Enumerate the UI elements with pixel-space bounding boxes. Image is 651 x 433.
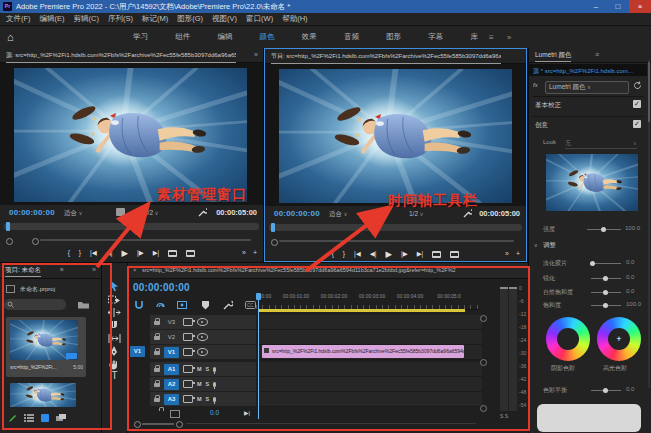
list-view-icon[interactable] <box>24 414 34 422</box>
lumetri-scrollbar[interactable] <box>648 60 650 388</box>
mute-button[interactable]: M <box>197 396 202 402</box>
track-v2-lane[interactable] <box>258 330 482 345</box>
solo-button[interactable]: S <box>206 396 210 402</box>
project-tab[interactable]: 项目: 未命名 <box>5 266 41 277</box>
creative-section[interactable]: 创意 ✓ <box>529 120 651 132</box>
lumetri-effect-dropdown[interactable]: Lumetri 颜色 <box>545 81 629 94</box>
program-step-forward-button[interactable]: |▶ <box>401 247 408 261</box>
freeform-view-icon[interactable] <box>56 414 67 422</box>
track-patch-icon[interactable] <box>183 318 193 326</box>
project-clip-thumbnail-2[interactable] <box>10 383 76 407</box>
lock-icon[interactable] <box>154 321 160 325</box>
track-name[interactable]: A2 <box>164 379 179 390</box>
shadow-tint-wheel[interactable] <box>546 317 590 361</box>
mute-button[interactable]: M <box>197 366 202 372</box>
step-forward-button[interactable]: |▶ <box>137 246 144 260</box>
nest-sequence-icon[interactable] <box>177 300 188 310</box>
program-step-back-button[interactable]: ◀| <box>370 247 377 261</box>
program-mark-out-button[interactable]: } <box>343 247 345 261</box>
menu-edit[interactable]: 编辑(E) <box>40 14 65 24</box>
highlight-tint-wheel[interactable]: + <box>597 317 641 361</box>
snap-icon[interactable] <box>134 300 144 310</box>
track-name[interactable]: V3 <box>164 319 179 325</box>
program-monitor-tab[interactable]: 节目: src=http_%2F%2Fi1.hdslb.com%2Fbfs%2F… <box>271 52 501 64</box>
tab-effects[interactable]: 效果 <box>302 32 317 42</box>
timeline-tab[interactable]: src=http_%2F%2Fi1.hdslb.com%2Fbfs%2Farch… <box>142 267 456 273</box>
tab-graphics[interactable]: 图形 <box>386 32 401 42</box>
project-menu-icon[interactable]: ≡ <box>60 266 64 273</box>
program-button-editor-icon[interactable]: » <box>505 247 509 261</box>
tab-libraries[interactable]: 库 <box>471 32 479 42</box>
meter-solo-buttons[interactable]: S S <box>500 413 508 419</box>
menu-help[interactable]: 帮助(H) <box>282 14 307 24</box>
menu-markers[interactable]: 标记(M) <box>142 14 168 24</box>
lock-icon[interactable] <box>154 351 160 355</box>
lock-icon[interactable] <box>154 398 160 402</box>
project-file-row[interactable]: 未命名.prproj <box>0 283 101 295</box>
look-dropdown[interactable]: 无 <box>565 139 637 149</box>
program-mark-in-button[interactable]: { <box>332 247 334 261</box>
track-a1-lane[interactable] <box>258 362 482 377</box>
maximize-button[interactable]: □ <box>607 0 629 13</box>
adjust-section[interactable]: ∨ 调整 <box>529 241 651 251</box>
tab-editing[interactable]: 编辑 <box>217 32 232 42</box>
ripple-edit-tool[interactable] <box>108 307 121 318</box>
voiceover-mic-icon[interactable] <box>213 397 216 402</box>
program-monitor-viewer[interactable] <box>265 64 526 206</box>
minimize-button[interactable]: – <box>585 0 607 13</box>
workspace-overflow-icon[interactable]: » <box>507 33 511 42</box>
lock-icon[interactable] <box>154 383 160 387</box>
solo-button[interactable]: S <box>206 381 210 387</box>
program-play-button[interactable]: ▶ <box>385 247 392 261</box>
project-clip-card[interactable]: src=http_%2F%2Fi... 5:00 <box>6 317 86 377</box>
track-name[interactable]: V2 <box>164 334 179 340</box>
program-fit-dropdown[interactable]: 适合 <box>329 210 348 219</box>
source-current-timecode[interactable]: 00:00:00:00 <box>9 208 55 217</box>
lock-icon[interactable] <box>154 368 160 372</box>
track-v3-header[interactable]: V3 <box>150 315 256 329</box>
program-current-timecode[interactable]: 00:00:00:00 <box>274 209 320 218</box>
track-name[interactable]: V1 <box>164 347 179 358</box>
track-name[interactable]: A3 <box>164 394 179 405</box>
project-overflow-icon[interactable]: » <box>92 266 96 273</box>
timeline-close-icon[interactable]: × <box>133 267 137 273</box>
tab-color[interactable]: 颜色 <box>260 32 275 42</box>
play-button[interactable]: ▶ <box>121 246 128 260</box>
track-v2-header[interactable]: V2 <box>150 330 256 344</box>
track-select-tool[interactable] <box>108 294 121 305</box>
track-a3-header[interactable]: A3MS <box>150 392 256 406</box>
selection-tool[interactable] <box>108 281 121 292</box>
home-icon[interactable]: ⌂ <box>7 31 14 43</box>
source-playhead[interactable] <box>6 222 10 231</box>
add-marker-icon[interactable] <box>201 300 210 310</box>
voiceover-mic-icon[interactable] <box>213 367 216 372</box>
track-a3-lane[interactable] <box>258 392 482 407</box>
track-a2-lane[interactable] <box>258 377 482 392</box>
lift-button[interactable] <box>432 251 441 258</box>
captions-icon[interactable]: CC <box>245 301 256 309</box>
edit-pencil-icon[interactable] <box>8 413 18 423</box>
source-patch-v1[interactable]: V1 <box>130 346 145 357</box>
mark-in-button[interactable]: { <box>68 246 70 260</box>
program-go-to-in-button[interactable]: |◀ <box>354 247 361 261</box>
lock-icon[interactable] <box>154 336 160 340</box>
track-patch-icon[interactable] <box>183 365 193 373</box>
master-level-value[interactable]: 0.0 <box>210 409 219 416</box>
program-playhead[interactable] <box>271 223 275 232</box>
source-monitor-viewer[interactable] <box>0 63 263 205</box>
mark-out-button[interactable]: } <box>79 246 81 260</box>
source-settings-icon[interactable] <box>116 208 125 216</box>
insert-button[interactable] <box>168 250 177 257</box>
tab-captions[interactable]: 字幕 <box>428 32 443 42</box>
lumetri-source-row[interactable]: 源 * src=http_%2F%2Fi1.hdslb.com... <box>529 64 647 76</box>
sharpen-slider[interactable] <box>591 278 621 279</box>
faded-film-slider[interactable] <box>591 263 621 264</box>
source-tab-overflow-icon[interactable]: » <box>254 51 258 58</box>
timeline-playhead[interactable] <box>258 293 259 419</box>
track-output-eye-icon[interactable] <box>197 333 208 341</box>
hand-tool[interactable] <box>108 359 121 370</box>
menu-file[interactable]: 文件(F) <box>6 14 31 24</box>
tab-learning[interactable]: 学习 <box>133 32 148 42</box>
saturation-slider[interactable] <box>591 305 621 306</box>
lumetri-menu-icon[interactable]: ≡ <box>595 51 599 58</box>
